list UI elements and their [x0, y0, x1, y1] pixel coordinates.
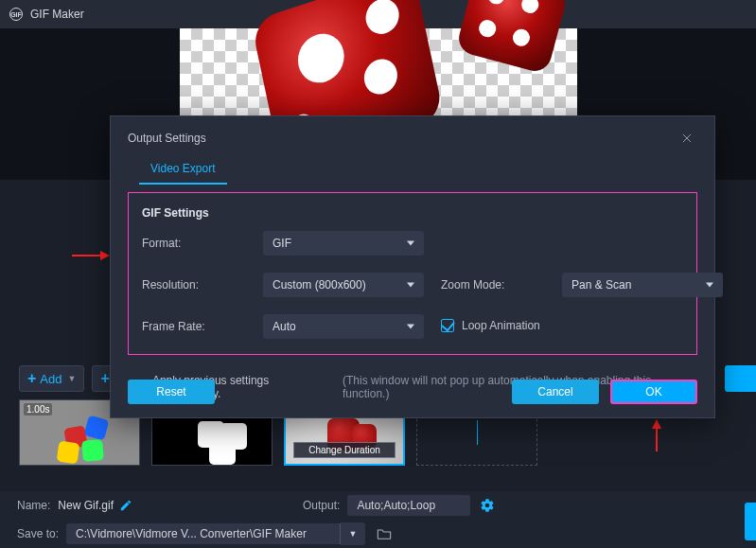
reset-button[interactable]: Reset — [128, 380, 215, 404]
name-label: Name: — [17, 499, 50, 512]
gif-settings-section: GIF Settings Format: GIF Resolution: Cus… — [128, 192, 697, 355]
output-label: Output: — [303, 499, 340, 512]
format-value: GIF — [273, 237, 291, 250]
thumb-timestamp: 1.00s — [24, 403, 52, 415]
save-to-path[interactable]: C:\Vidmore\Vidmore V... Converter\GIF Ma… — [66, 523, 341, 544]
plus-icon: + — [100, 371, 109, 386]
loop-animation-checkbox[interactable]: Loop Animation — [441, 319, 540, 332]
plus-icon: + — [27, 371, 36, 386]
add-button-label: Add — [40, 372, 62, 386]
app-logo-icon: GIF — [9, 8, 23, 21]
chevron-down-icon — [407, 241, 414, 246]
frame-rate-value: Auto — [273, 320, 296, 333]
frame-toolbar: + Add ▼ + — [19, 365, 122, 392]
annotation-arrow-ok — [650, 419, 663, 451]
output-settings-summary: Auto;Auto;Loop — [347, 495, 470, 516]
close-button[interactable] — [677, 128, 697, 149]
play-button-slice[interactable] — [725, 365, 756, 392]
frame-rate-label: Frame Rate: — [142, 320, 246, 333]
annotation-arrow-left — [72, 250, 110, 261]
loop-animation-label: Loop Animation — [462, 319, 540, 332]
edit-name-button[interactable] — [119, 499, 132, 512]
output-settings-dialog: Output Settings Video Export GIF Setting… — [110, 115, 715, 418]
add-button[interactable]: + Add ▼ — [19, 365, 84, 392]
section-title: GIF Settings — [142, 206, 683, 220]
format-label: Format: — [142, 237, 246, 250]
dialog-title: Output Settings — [128, 132, 206, 145]
resolution-label: Resolution: — [142, 278, 246, 292]
svg-marker-1 — [100, 251, 110, 260]
ok-button[interactable]: OK — [610, 380, 697, 404]
save-bar: Save to: C:\Vidmore\Vidmore V... Convert… — [0, 520, 756, 548]
chevron-down-icon — [706, 283, 713, 288]
chevron-down-icon — [407, 283, 414, 288]
cancel-button[interactable]: Cancel — [512, 380, 599, 404]
frame-rate-select[interactable]: Auto — [263, 314, 424, 339]
export-button-slice[interactable] — [745, 503, 756, 540]
zoom-mode-value: Pan & Scan — [571, 278, 631, 292]
format-select[interactable]: GIF — [263, 231, 424, 256]
save-to-label: Save to: — [17, 527, 59, 540]
zoom-mode-select[interactable]: Pan & Scan — [562, 273, 723, 297]
change-duration-button[interactable]: Change Duration — [293, 442, 396, 458]
save-path-dropdown[interactable]: ▼ — [341, 522, 365, 545]
output-settings-button[interactable] — [476, 494, 499, 517]
svg-marker-3 — [652, 419, 661, 429]
chevron-down-icon: ▼ — [67, 374, 76, 383]
status-bar: Name: New Gif.gif Output: Auto;Auto;Loop — [0, 491, 756, 520]
resolution-value: Custom (800x600) — [273, 278, 366, 292]
app-title: GIF Maker — [30, 8, 84, 21]
zoom-mode-label: Zoom Mode: — [441, 278, 545, 292]
resolution-select[interactable]: Custom (800x600) — [263, 273, 424, 297]
open-folder-button[interactable] — [373, 522, 396, 545]
checkbox-checked-icon — [441, 319, 454, 332]
chevron-down-icon — [407, 325, 414, 329]
name-value: New Gif.gif — [58, 499, 114, 512]
tab-video-export[interactable]: Video Export — [139, 156, 227, 185]
